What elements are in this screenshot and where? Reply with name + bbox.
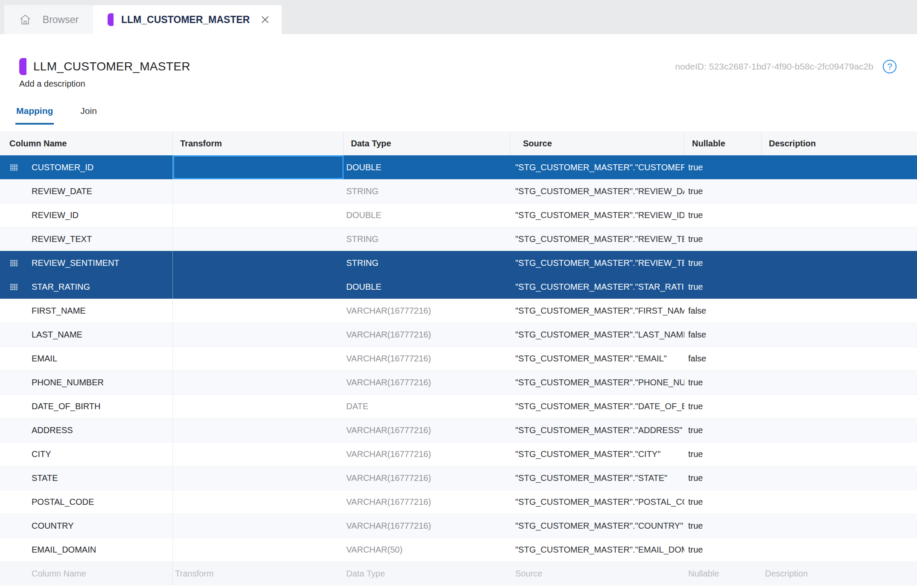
help-icon[interactable]: ?	[883, 60, 897, 73]
transform-cell[interactable]	[173, 155, 344, 179]
table-row[interactable]: PHONE_NUMBER VARCHAR(16777216) "STG_CUST…	[0, 370, 917, 394]
description-cell[interactable]	[762, 275, 917, 299]
transform-cell[interactable]	[173, 442, 344, 466]
table-row[interactable]: FIRST_NAME VARCHAR(16777216) "STG_CUSTOM…	[0, 299, 917, 323]
description-cell[interactable]	[762, 538, 917, 562]
tab-mapping[interactable]: Mapping	[15, 106, 54, 125]
column-name-cell[interactable]: ADDRESS	[0, 418, 173, 442]
table-row[interactable]: POSTAL_CODE VARCHAR(16777216) "STG_CUSTO…	[0, 490, 917, 514]
nullable-cell[interactable]: false	[684, 299, 762, 323]
table-row[interactable]: COUNTRY VARCHAR(16777216) "STG_CUSTOMER_…	[0, 514, 917, 538]
table-row[interactable]: REVIEW_SENTIMENT STRING "STG_CUSTOMER_MA…	[0, 251, 917, 275]
drag-handle-icon[interactable]	[10, 284, 18, 290]
drag-handle-icon[interactable]	[10, 164, 18, 171]
new-column-placeholder-row[interactable]: Column Name Transform Data Type Source N…	[0, 562, 917, 585]
description-cell[interactable]	[762, 418, 917, 442]
table-row[interactable]: CITY VARCHAR(16777216) "STG_CUSTOMER_MAS…	[0, 442, 917, 466]
column-name-cell[interactable]: EMAIL	[0, 346, 173, 370]
nullable-cell[interactable]: true	[684, 155, 762, 179]
transform-cell[interactable]	[173, 179, 344, 203]
table-row[interactable]: REVIEW_TEXT STRING "STG_CUSTOMER_MASTER"…	[0, 227, 917, 251]
description-cell[interactable]	[762, 299, 917, 323]
description-cell[interactable]	[762, 466, 917, 490]
table-row[interactable]: STAR_RATING DOUBLE "STG_CUSTOMER_MASTER"…	[0, 275, 917, 299]
column-name-cell[interactable]: REVIEW_SENTIMENT	[0, 251, 173, 275]
transform-cell[interactable]	[173, 490, 344, 514]
description-cell[interactable]	[762, 323, 917, 346]
description-cell[interactable]	[762, 346, 917, 370]
description-cell[interactable]	[762, 370, 917, 394]
table-row[interactable]: REVIEW_DATE STRING "STG_CUSTOMER_MASTER"…	[0, 179, 917, 203]
nullable-cell[interactable]: true	[684, 466, 762, 490]
description-field[interactable]: Add a description	[19, 79, 897, 89]
drag-handle-icon[interactable]	[10, 260, 18, 266]
column-name-cell[interactable]: STATE	[0, 466, 173, 490]
new-nullable-input[interactable]: Nullable	[684, 562, 762, 585]
description-cell[interactable]	[762, 442, 917, 466]
nullable-cell[interactable]: true	[684, 538, 762, 562]
description-cell[interactable]	[762, 203, 917, 227]
column-name-cell[interactable]: POSTAL_CODE	[0, 490, 173, 514]
column-name-cell[interactable]: PHONE_NUMBER	[0, 370, 173, 394]
transform-cell[interactable]	[173, 538, 344, 562]
table-row[interactable]: CUSTOMER_ID DOUBLE "STG_CUSTOMER_MASTER"…	[0, 155, 917, 179]
new-source-input[interactable]: Source	[510, 562, 684, 585]
transform-cell[interactable]	[173, 275, 344, 299]
transform-cell[interactable]	[173, 251, 344, 275]
description-cell[interactable]	[762, 490, 917, 514]
column-name-cell[interactable]: LAST_NAME	[0, 323, 173, 346]
new-transform-input[interactable]: Transform	[173, 562, 344, 585]
nullable-cell[interactable]: true	[684, 203, 762, 227]
description-cell[interactable]	[762, 179, 917, 203]
new-description-input[interactable]: Description	[762, 562, 917, 585]
column-name-cell[interactable]: CITY	[0, 442, 173, 466]
nullable-cell[interactable]: true	[684, 275, 762, 299]
nullable-cell[interactable]: true	[684, 227, 762, 251]
column-name-cell[interactable]: CUSTOMER_ID	[0, 155, 173, 179]
table-row[interactable]: STATE VARCHAR(16777216) "STG_CUSTOMER_MA…	[0, 466, 917, 490]
transform-cell[interactable]	[173, 227, 344, 251]
description-cell[interactable]	[762, 155, 917, 179]
table-row[interactable]: DATE_OF_BIRTH DATE "STG_CUSTOMER_MASTER"…	[0, 394, 917, 418]
nullable-cell[interactable]: true	[684, 418, 762, 442]
column-name-cell[interactable]: REVIEW_ID	[0, 203, 173, 227]
nullable-cell[interactable]: false	[684, 323, 762, 346]
transform-cell[interactable]	[173, 299, 344, 323]
tab-browser[interactable]: Browser	[4, 5, 93, 34]
nullable-cell[interactable]: true	[684, 514, 762, 538]
nullable-cell[interactable]: true	[684, 370, 762, 394]
new-data-type-input[interactable]: Data Type	[344, 562, 510, 585]
transform-cell[interactable]	[173, 346, 344, 370]
transform-cell[interactable]	[173, 370, 344, 394]
transform-cell[interactable]	[173, 514, 344, 538]
nullable-cell[interactable]: true	[684, 394, 762, 418]
description-cell[interactable]	[762, 251, 917, 275]
tab-join[interactable]: Join	[79, 106, 98, 125]
nullable-cell[interactable]: true	[684, 251, 762, 275]
column-name-cell[interactable]: REVIEW_DATE	[0, 179, 173, 203]
close-icon[interactable]	[260, 14, 271, 25]
tab-llm-customer-master[interactable]: LLM_CUSTOMER_MASTER	[93, 5, 282, 34]
nullable-cell[interactable]: false	[684, 346, 762, 370]
table-row[interactable]: EMAIL_DOMAIN VARCHAR(50) "STG_CUSTOMER_M…	[0, 538, 917, 562]
transform-cell[interactable]	[173, 394, 344, 418]
transform-cell[interactable]	[173, 323, 344, 346]
column-name-cell[interactable]: REVIEW_TEXT	[0, 227, 173, 251]
table-row[interactable]: ADDRESS VARCHAR(16777216) "STG_CUSTOMER_…	[0, 418, 917, 442]
column-name-cell[interactable]: COUNTRY	[0, 514, 173, 538]
description-cell[interactable]	[762, 514, 917, 538]
transform-cell[interactable]	[173, 203, 344, 227]
nullable-cell[interactable]: true	[684, 442, 762, 466]
nullable-cell[interactable]: true	[684, 490, 762, 514]
description-cell[interactable]	[762, 227, 917, 251]
new-column-name-input[interactable]: Column Name	[0, 562, 173, 585]
table-row[interactable]: LAST_NAME VARCHAR(16777216) "STG_CUSTOME…	[0, 323, 917, 346]
table-row[interactable]: EMAIL VARCHAR(16777216) "STG_CUSTOMER_MA…	[0, 346, 917, 370]
nullable-cell[interactable]: true	[684, 179, 762, 203]
column-name-cell[interactable]: EMAIL_DOMAIN	[0, 538, 173, 562]
column-name-cell[interactable]: FIRST_NAME	[0, 299, 173, 323]
description-cell[interactable]	[762, 394, 917, 418]
transform-cell[interactable]	[173, 466, 344, 490]
column-name-cell[interactable]: STAR_RATING	[0, 275, 173, 299]
column-name-cell[interactable]: DATE_OF_BIRTH	[0, 394, 173, 418]
